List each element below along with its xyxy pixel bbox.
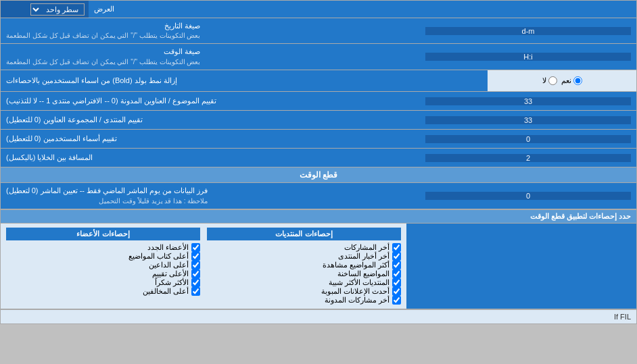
spacing-label: المسافة بين الخلايا (بالبكسل) (1, 149, 420, 167)
time-format-input[interactable] (425, 53, 631, 61)
checkboxes-left-label (406, 224, 636, 309)
checkbox-top-topic-writers: أعلى كتاب المواضيع (6, 252, 200, 261)
display-label: العرض (89, 1, 636, 18)
main-container: العرض سطر واحد سطرين ثلاثة أسطر صيغة الت… (0, 0, 637, 324)
checkbox-hot-topics-input[interactable] (392, 269, 401, 278)
bold-radio-cell: نعم لا (488, 70, 636, 91)
bold-label: إزالة نمط بولد (Bold) من اسماء المستخدمي… (1, 70, 488, 91)
checkbox-top-topic-writers-input[interactable] (191, 252, 200, 261)
checkbox-top-inviters: أعلى الداعين (6, 261, 200, 269)
forum-order-label: تقييم المنتدى / المجموعة العناوين (0 للت… (1, 111, 420, 129)
stats-header: حدد إحصاءات لتطبيق قطع الوقت (1, 209, 636, 224)
date-format-label: صيغة التاريخ بعض التكوينات يتطلب "/" الت… (1, 18, 420, 43)
topic-order-label: تقييم الموضوع / العناوين المدونة (0 -- ا… (1, 92, 420, 110)
cutoff-row: فرز البيانات من يوم الماشر الماضي فقط --… (1, 183, 636, 209)
member-stats-header: إحصاءات الأعضاء (6, 228, 200, 240)
cutoff-section-header: قطع الوقت (1, 167, 636, 183)
cutoff-label: فرز البيانات من يوم الماشر الماضي فقط --… (1, 183, 420, 208)
spacing-row: المسافة بين الخلايا (بالبكسل) (1, 149, 636, 167)
cutoff-input-cell[interactable] (420, 183, 636, 208)
checkbox-new-members-input[interactable] (191, 243, 200, 252)
display-select-cell[interactable]: سطر واحد سطرين ثلاثة أسطر (1, 1, 89, 18)
cutoff-input[interactable] (425, 192, 631, 200)
bold-radio-yes[interactable] (573, 76, 582, 85)
user-order-input-cell[interactable] (420, 130, 636, 148)
time-format-label: صيغة الوقت بعض التكوينات يتطلب "/" التي … (1, 44, 420, 69)
forum-stats-col: إحصاءات المنتديات أخر المشاركات أخر أخبا… (207, 228, 401, 305)
bold-row: نعم لا إزالة نمط بولد (Bold) من اسماء ال… (1, 70, 636, 92)
time-format-row: صيغة الوقت بعض التكوينات يتطلب "/" التي … (1, 44, 636, 70)
checkboxes-section: إحصاءات المنتديات أخر المشاركات أخر أخبا… (1, 224, 636, 309)
forum-order-input-cell[interactable] (420, 111, 636, 129)
topic-order-row: تقييم الموضوع / العناوين المدونة (0 -- ا… (1, 92, 636, 111)
topic-order-input[interactable] (425, 97, 631, 105)
bottom-bar: If FIL (1, 309, 636, 323)
checkbox-last-blog-posts-input[interactable] (392, 296, 401, 305)
checkbox-last-posts: أخر المشاركات (207, 243, 401, 252)
checkbox-most-similar-forums-input[interactable] (392, 278, 401, 287)
date-format-input[interactable] (425, 27, 631, 35)
checkbox-top-violators: أعلى المخالفين (6, 287, 200, 296)
forum-order-row: تقييم المنتدى / المجموعة العناوين (0 للت… (1, 111, 636, 130)
checkbox-most-thanked-input[interactable] (191, 278, 200, 287)
display-row: العرض سطر واحد سطرين ثلاثة أسطر (1, 1, 636, 18)
bold-radio-yes-label[interactable]: نعم (561, 76, 582, 86)
checkbox-most-thanked: الأكثر شكراً (6, 278, 200, 287)
checkbox-latest-classifieds-input[interactable] (392, 287, 401, 296)
display-select[interactable]: سطر واحد سطرين ثلاثة أسطر (30, 3, 85, 16)
checkbox-most-viewed-input[interactable] (392, 261, 401, 269)
checkbox-top-rated-input[interactable] (191, 269, 200, 278)
member-stats-col: إحصاءات الأعضاء الأعضاء الجدد أعلى كتاب … (6, 228, 200, 305)
checkbox-last-posts-input[interactable] (392, 243, 401, 252)
user-order-input[interactable] (425, 135, 631, 143)
checkbox-most-viewed: أكثر المواضيع مشاهدة (207, 261, 401, 269)
user-order-label: تقييم أسماء المستخدمين (0 للتعطيل) (1, 130, 420, 148)
bold-radio-no[interactable] (548, 76, 557, 85)
checkbox-top-rated: الأعلى تقييم (6, 269, 200, 278)
checkboxes-right: إحصاءات المنتديات أخر المشاركات أخر أخبا… (1, 224, 406, 309)
checkbox-new-members: الأعضاء الجدد (6, 243, 200, 252)
date-format-row: صيغة التاريخ بعض التكوينات يتطلب "/" الت… (1, 18, 636, 44)
time-format-input-cell[interactable] (420, 44, 636, 69)
date-format-input-cell[interactable] (420, 18, 636, 43)
checkbox-most-similar-forums: المنتديات الأكثر شبية (207, 278, 401, 287)
spacing-input-cell[interactable] (420, 149, 636, 167)
bold-radio-group: نعم لا (537, 73, 588, 88)
user-order-row: تقييم أسماء المستخدمين (0 للتعطيل) (1, 130, 636, 149)
checkbox-hot-topics: المواضيع الساخنة (207, 269, 401, 278)
checkbox-last-forum-news: أخر أخبار المنتدى (207, 252, 401, 261)
forum-order-input[interactable] (425, 116, 631, 124)
checkbox-last-blog-posts: أخر مشاركات المدونة (207, 296, 401, 305)
forum-stats-header: إحصاءات المنتديات (207, 228, 401, 240)
checkbox-top-violators-input[interactable] (191, 287, 200, 296)
topic-order-input-cell[interactable] (420, 92, 636, 110)
bold-radio-no-label[interactable]: لا (542, 76, 557, 86)
checkbox-top-inviters-input[interactable] (191, 261, 200, 269)
checkbox-last-forum-news-input[interactable] (392, 252, 401, 261)
spacing-input[interactable] (425, 154, 631, 162)
checkbox-latest-classifieds: أحدث الإعلانات المبوبة (207, 287, 401, 296)
